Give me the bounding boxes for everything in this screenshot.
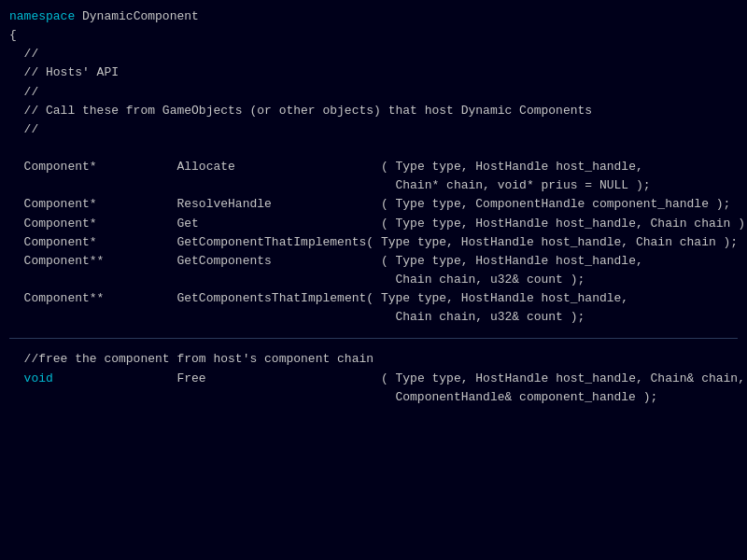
type-component-dstar-2: Component** [24,291,105,305]
method-gctimpl: GetComponentThatImplements [176,235,366,249]
free-section: //free the component from host's compone… [9,350,738,406]
method-allocate-line2: Chain* chain, void* prius = NULL ); [9,178,651,192]
method-gctsimp-line2: Chain chain, u32& count ); [9,310,585,324]
comment-2: // Hosts' API [9,65,119,79]
free-method-line1: void Free ( Type type, HostHandle host_h… [9,371,745,385]
method-resolve-line1: Component* ResolveHandle ( Type type, Co… [9,197,730,211]
void-keyword: void [24,371,53,385]
method-gctsimp-line1: Component** GetComponentsThatImplement( … [9,291,628,305]
method-getcomps: GetComponents [176,254,271,268]
type-component-star-3: Component* [24,217,97,231]
type-component-star-2: Component* [24,197,97,211]
type-component-dstar-1: Component** [24,254,105,268]
type-component-star-4: Component* [24,235,97,249]
type-component-star-1: Component* [24,160,97,174]
method-getcomps-line1: Component** GetComponents ( Type type, H… [9,254,643,268]
comment-5: // [9,122,38,136]
comment-3: // [9,85,38,99]
comment-4: // Call these from GameObjects (or other… [9,104,592,118]
method-free: Free [176,371,205,385]
namespace-keyword: namespace [9,9,75,23]
method-get-line1: Component* Get ( Type type, HostHandle h… [9,217,747,231]
method-allocate-line1: Component* Allocate ( Type type, HostHan… [9,160,643,174]
method-getcomps-line2: Chain chain, u32& count ); [9,273,585,287]
free-comment: //free the component from host's compone… [9,352,374,366]
method-resolve: ResolveHandle [176,197,271,211]
method-get: Get [176,217,198,231]
method-gctsimp: GetComponentsThatImplement [176,291,366,305]
method-allocate: Allocate [176,160,234,174]
comment-1: // [9,47,38,61]
brace-open: { [9,28,17,42]
namespace-name: DynamicComponent [75,9,199,23]
method-gctimpl-line1: Component* GetComponentThatImplements( T… [9,235,738,249]
code-editor: namespace DynamicComponent { // // Hosts… [0,0,747,414]
free-method-line2: ComponentHandle& component_handle ); [9,390,657,404]
blank-1 [9,141,17,155]
section-divider [9,338,738,339]
code-content: namespace DynamicComponent { // // Hosts… [9,7,738,327]
